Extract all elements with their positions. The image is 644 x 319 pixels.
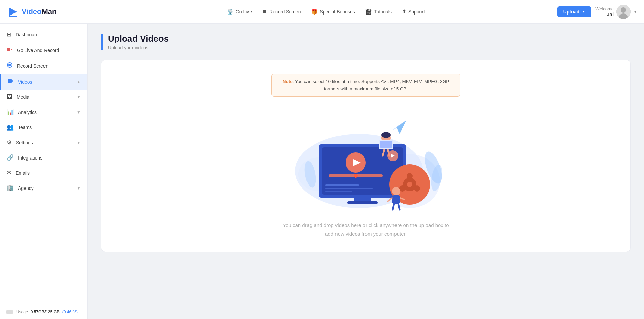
svg-point-3 [621, 7, 626, 13]
user-area[interactable]: Welcome Jai ▼ [595, 5, 637, 19]
user-chevron-icon: ▼ [633, 9, 637, 14]
sidebar-item-analytics[interactable]: 📊 Analytics ▼ [0, 105, 87, 120]
sidebar-item-teams[interactable]: 👥 Teams [0, 120, 87, 135]
record-screen-icon: ⏺ [262, 9, 267, 15]
sidebar-nav: ⊞ Dashboard Go Live And Record Record Sc… [0, 24, 87, 304]
sidebar-item-record-screen[interactable]: Record Screen [0, 58, 87, 74]
svg-rect-1 [9, 16, 17, 17]
top-navigation: VideoMan 📡 Go Live ⏺ Record Screen 🎁 Spe… [0, 0, 644, 24]
tutorials-icon: 🎬 [365, 8, 372, 15]
page-header: Upload Videos Upload your videos [101, 34, 631, 50]
svg-point-37 [381, 132, 391, 138]
dashboard-icon: ⊞ [7, 31, 11, 38]
nav-go-live[interactable]: 📡 Go Live [227, 8, 252, 15]
integrations-icon: 🔗 [7, 154, 14, 161]
usage-bar [6, 310, 13, 314]
page-subtitle: Upload your videos [108, 45, 169, 50]
main-content: Upload Videos Upload your videos Note: Y… [88, 24, 644, 319]
sidebar: ⊞ Dashboard Go Live And Record Record Sc… [0, 24, 88, 319]
svg-point-22 [354, 174, 358, 178]
logo-text: VideoMan [22, 7, 57, 16]
nav-tutorials[interactable]: 🎬 Tutorials [365, 8, 392, 15]
logo-icon [7, 6, 19, 18]
record-screen-sidebar-icon [7, 62, 13, 70]
settings-icon: ⚙ [7, 139, 12, 146]
note-label: Note [283, 79, 293, 84]
nav-record-screen[interactable]: ⏺ Record Screen [262, 9, 301, 15]
svg-marker-0 [9, 8, 17, 16]
svg-rect-20 [325, 191, 352, 192]
svg-point-43 [392, 187, 400, 195]
sidebar-item-integrations[interactable]: 🔗 Integrations [0, 150, 87, 165]
svg-rect-5 [7, 48, 10, 51]
sidebar-item-videos[interactable]: Videos ▲ [0, 74, 87, 90]
sidebar-item-media[interactable]: 🖼 Media ▼ [0, 90, 87, 105]
sidebar-item-go-live-record[interactable]: Go Live And Record [0, 42, 87, 58]
agency-chevron-icon: ▼ [77, 186, 81, 191]
svg-marker-6 [11, 48, 12, 50]
svg-line-47 [393, 204, 394, 210]
videos-chevron-icon: ▲ [77, 80, 81, 84]
emails-icon: ✉ [7, 169, 11, 176]
upload-button[interactable]: Upload ▼ [557, 6, 591, 17]
app-body: ⊞ Dashboard Go Live And Record Record Sc… [0, 24, 644, 319]
note-box: Note: You can select 10 files at a time.… [271, 74, 460, 97]
svg-marker-14 [396, 120, 406, 134]
avatar [616, 5, 631, 19]
svg-marker-10 [12, 80, 13, 82]
analytics-icon: 📊 [7, 109, 14, 116]
upload-illustration [285, 107, 447, 211]
nav-special-bonuses[interactable]: 🎁 Special Bonuses [311, 8, 355, 15]
svg-point-8 [8, 64, 11, 66]
svg-rect-18 [325, 184, 359, 186]
svg-point-29 [407, 182, 412, 187]
nav-support[interactable]: ⬆ Support [402, 8, 425, 15]
svg-rect-42 [380, 141, 392, 148]
svg-rect-19 [325, 188, 373, 189]
logo[interactable]: VideoMan [7, 6, 94, 18]
nav-right: Upload ▼ Welcome Jai ▼ [557, 5, 637, 19]
media-icon: 🖼 [7, 94, 12, 100]
go-live-icon: 📡 [227, 8, 234, 15]
support-icon: ⬆ [402, 8, 406, 15]
svg-rect-44 [392, 195, 400, 204]
sidebar-item-dashboard[interactable]: ⊞ Dashboard [0, 27, 87, 42]
sidebar-item-emails[interactable]: ✉ Emails [0, 165, 87, 180]
nav-links: 📡 Go Live ⏺ Record Screen 🎁 Special Bonu… [94, 8, 557, 15]
sidebar-item-agency[interactable]: 🏢 Agency ▼ [0, 180, 87, 196]
upload-hint: You can drag and drop videos here or cli… [282, 221, 450, 238]
user-greeting: Welcome Jai [595, 6, 614, 17]
upload-dropdown-arrow: ▼ [582, 10, 585, 13]
special-bonuses-icon: 🎁 [311, 8, 318, 15]
svg-rect-26 [347, 201, 378, 204]
go-live-record-icon [7, 46, 13, 54]
sidebar-item-settings[interactable]: ⚙ Settings ▼ [0, 135, 87, 150]
teams-icon: 👥 [7, 124, 14, 131]
media-chevron-icon: ▼ [77, 95, 81, 99]
agency-icon: 🏢 [7, 184, 14, 192]
page-title: Upload Videos [108, 34, 169, 44]
svg-rect-9 [8, 79, 12, 83]
settings-chevron-icon: ▼ [77, 140, 81, 145]
videos-icon [8, 78, 14, 86]
upload-dropzone[interactable]: Note: You can select 10 files at a time.… [101, 60, 631, 252]
sidebar-footer: Usage 0.57GB/125 GB (0.46 %) [0, 304, 87, 319]
analytics-chevron-icon: ▼ [77, 110, 81, 115]
